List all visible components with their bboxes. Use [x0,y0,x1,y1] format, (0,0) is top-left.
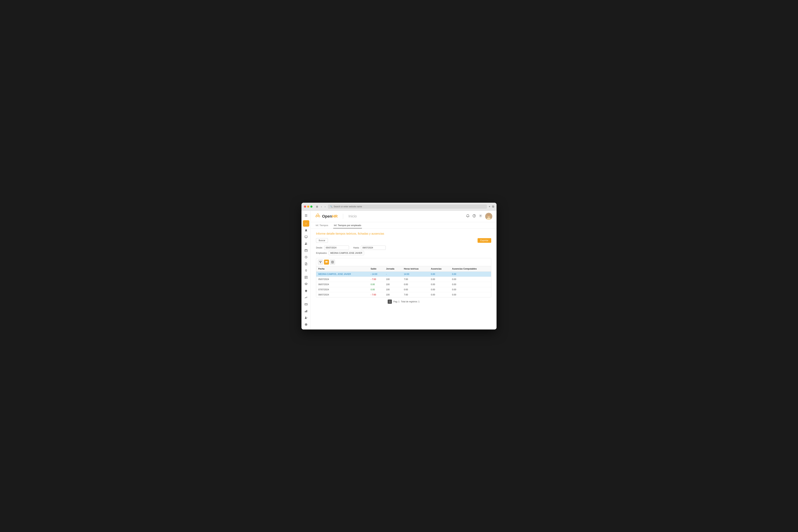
svg-point-20 [474,216,474,217]
cell-ausencias: 0.00 [429,287,450,292]
sidebar-item-doc[interactable] [303,261,309,267]
sidebar-item-group[interactable] [303,241,309,247]
cell-ausencias-computables: 0.00 [450,292,491,297]
data-table: Fecha Saldo Jornada Horas teóricas Ausen… [316,266,491,297]
cell-fecha: 06/07/2024 [316,282,368,287]
svg-point-16 [317,214,319,215]
sidebar-item-card[interactable] [303,301,309,307]
browser-actions: + ⧉ [489,205,494,208]
header-title: Inicio [348,214,462,218]
svg-point-2 [305,243,306,244]
tab-inf-tiempos[interactable]: Inf. Tiempos [315,222,329,228]
browser-window: ⊞ ‹ › 🔍 Search or enter website name + ⧉… [302,203,496,329]
buscar-button[interactable]: Buscar [316,238,328,243]
svg-point-0 [306,229,307,230]
sidebar-item-monitor[interactable] [303,234,309,240]
cell-fecha: 05/07/2024 [316,277,368,282]
cell-jornada: 100 [384,292,402,297]
maximize-button[interactable] [310,206,312,208]
cell-saldo: - 7:00 [368,277,384,282]
sidebar-item-target[interactable] [303,321,309,328]
cell-jornada: 100 [384,287,402,292]
sidebar-item-layers[interactable] [303,281,309,287]
col-saldo: Saldo [368,266,384,272]
cell-saldo: - 14:00 [368,271,384,277]
nav-tabs: Inf. Tiempos Inf. Tiempos por empleado [311,222,496,229]
cell-horas-teoricas: 7:00 [402,277,429,282]
cell-ausencias-computables: 0.00 [450,277,491,282]
logo-text: OpenHR [322,214,338,218]
traffic-lights [304,206,312,208]
page-label: Pag: 1 [393,300,400,303]
cell-ausencias: 0.00 [429,282,450,287]
browser-chrome: ⊞ ‹ › 🔍 Search or enter website name + ⧉ [302,203,496,211]
main-content: OpenHR Inicio [311,211,496,329]
address-bar[interactable]: 🔍 Search or enter website name [328,205,487,209]
table-row: 08/07/2024 - 7:00 100 7:00 0.00 0.00 [316,292,491,297]
forward-button[interactable]: › [324,205,326,208]
notifications-button[interactable] [466,214,470,218]
svg-rect-26 [331,261,334,263]
empleados-label: Empleados: [316,252,327,254]
sidebar-item-user[interactable] [303,227,309,233]
group-button[interactable] [324,260,329,265]
cell-jornada: 100 [384,282,402,287]
sidebar-item-graduation[interactable] [303,288,309,294]
page-content: Informe detalle tiempos teóricos, fichad… [311,229,496,329]
svg-point-21 [480,215,481,216]
minimize-button[interactable] [307,206,309,208]
browser-controls: ⊞ ‹ › [315,205,326,208]
sidebar-item-trend[interactable] [303,294,309,301]
cell-jornada: - [384,271,402,277]
sidebar-item-calendar[interactable] [303,247,309,253]
cell-horas-teoricas: 0:00 [402,287,429,292]
sidebar-toggle-button[interactable]: ⊞ [315,205,319,208]
hasta-group: Hasta: [353,246,386,250]
table-row: 05/07/2024 - 7:00 100 7:00 0.00 0.00 [316,277,491,282]
svg-point-15 [306,324,306,325]
svg-rect-4 [305,249,307,252]
svg-point-17 [316,216,317,217]
tab-inf-tiempos-empleado[interactable]: Inf. Tiempos por empleado [333,222,362,228]
back-button[interactable]: ‹ [320,205,323,208]
svg-rect-10 [306,310,306,312]
pagination: 1 Pag: 1 Total de registros: 1 [316,298,491,306]
table-row-group-header: MEDINA CAMPOS, JOSE JAVIER - 14:00 - 14:… [316,271,491,277]
exportar-button[interactable]: Exportar [478,238,491,243]
help-button[interactable] [472,214,476,218]
desde-input[interactable] [324,246,349,250]
table-row: 06/07/2024 0.00 100 0:00 0.00 0.00 [316,282,491,287]
sidebar-item-home[interactable]: ⌂ [303,220,309,227]
cell-ausencias: 0.00 [429,271,450,277]
filter-button[interactable] [318,260,323,265]
table-toolbar [316,258,491,266]
toolbar-row: Buscar Exportar [316,238,491,243]
cell-ausencias: 0.00 [429,277,450,282]
sidebar-item-pin[interactable] [303,267,309,274]
new-tab-button[interactable]: + [489,205,490,208]
svg-point-12 [305,317,306,318]
cell-ausencias-computables: 0.00 [450,287,491,292]
top-header: OpenHR Inicio [311,211,496,222]
settings-button[interactable] [479,214,482,218]
cell-saldo: 0.00 [368,282,384,287]
cell-jornada: 100 [384,277,402,282]
svg-point-24 [488,215,490,216]
sidebar-item-chart[interactable] [303,308,309,314]
hasta-input[interactable] [361,246,386,250]
svg-point-6 [305,269,307,271]
page-1-button[interactable]: 1 [388,300,392,304]
table-row: 07/07/2024 0.00 100 0:00 0.00 0.00 [316,287,491,292]
columns-button[interactable] [330,260,335,265]
close-button[interactable] [304,206,306,208]
sidebar-menu-toggle[interactable]: ☰ [303,212,309,219]
cell-horas-teoricas: 0:00 [402,282,429,287]
cell-horas-teoricas: 7:00 [402,292,429,297]
tabs-button[interactable]: ⧉ [492,205,494,208]
sidebar-item-clock[interactable] [303,254,309,260]
sidebar-item-report[interactable] [303,274,309,281]
svg-point-18 [319,216,320,217]
sidebar-item-person-add[interactable] [303,315,309,321]
avatar[interactable] [485,213,492,220]
empleados-input[interactable] [329,251,364,255]
